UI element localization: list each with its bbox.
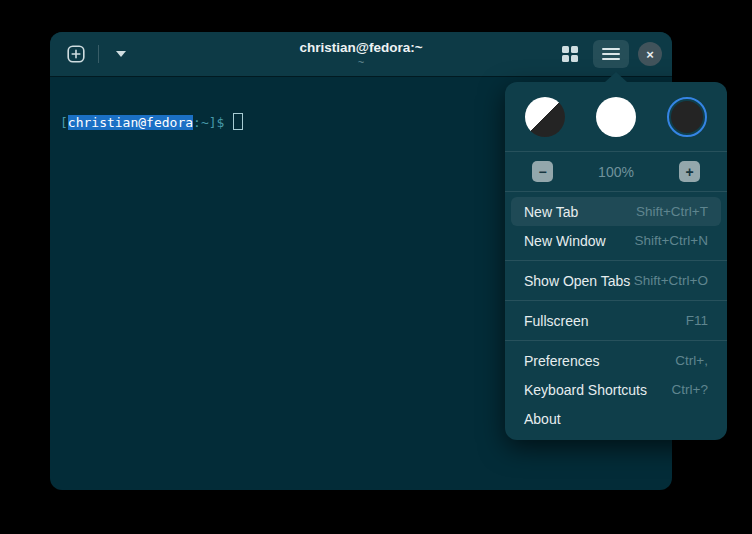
popover-arrow [605, 72, 627, 82]
window-title: christian@fedora:~ [299, 40, 422, 56]
menu-item-keyboard-shortcuts[interactable]: Keyboard Shortcuts Ctrl+? [511, 375, 721, 404]
menu-item-new-tab[interactable]: New Tab Shift+Ctrl+T [511, 197, 721, 226]
close-icon: × [646, 48, 654, 61]
menu-item-show-open-tabs[interactable]: Show Open Tabs Shift+Ctrl+O [511, 266, 721, 295]
tab-dropdown-button[interactable] [107, 40, 135, 68]
zoom-controls: − 100% + [505, 152, 727, 191]
desktop: christian@fedora:~ ~ × [christian@fedora… [0, 0, 752, 534]
window-subtitle: ~ [358, 56, 364, 69]
menu-item-label: New Tab [524, 204, 578, 220]
zoom-out-button[interactable]: − [532, 161, 553, 182]
theme-follow-system-button[interactable] [525, 97, 565, 137]
menu-item-label: Fullscreen [524, 313, 589, 329]
selected-text: christian@fedora [68, 115, 193, 130]
shell-prompt: [christian@fedora:~]$ [60, 113, 243, 132]
menu-item-preferences[interactable]: Preferences Ctrl+, [511, 346, 721, 375]
main-menu-popover: − 100% + New Tab Shift+Ctrl+T New Window… [505, 82, 727, 440]
zoom-in-button[interactable]: + [679, 161, 700, 182]
hamburger-icon [602, 48, 620, 50]
plus-icon: + [685, 165, 693, 179]
menu-item-fullscreen[interactable]: Fullscreen F11 [511, 306, 721, 335]
new-tab-button[interactable] [62, 40, 90, 68]
minus-icon: − [538, 165, 546, 179]
close-button[interactable]: × [638, 42, 662, 66]
menu-item-new-window[interactable]: New Window Shift+Ctrl+N [511, 226, 721, 255]
main-menu-button[interactable] [593, 40, 629, 68]
menu-item-label: Show Open Tabs [524, 273, 630, 289]
titlebar[interactable]: christian@fedora:~ ~ × [50, 32, 672, 76]
theme-selector [505, 82, 727, 151]
menu-item-about[interactable]: About [511, 404, 721, 433]
menu-separator [505, 340, 727, 341]
menu-item-shortcut: Shift+Ctrl+O [634, 273, 708, 288]
grid-icon [562, 46, 578, 62]
menu-item-shortcut: F11 [686, 313, 708, 328]
menu-item-shortcut: Ctrl+? [672, 382, 708, 397]
chevron-down-icon [116, 51, 126, 57]
new-tab-icon [66, 44, 86, 64]
theme-dark-button[interactable] [667, 97, 707, 137]
menu-item-label: Preferences [524, 353, 599, 369]
menu-separator [505, 260, 727, 261]
menu-item-shortcut: Shift+Ctrl+N [634, 233, 708, 248]
theme-light-button[interactable] [596, 97, 636, 137]
menu-list: New Tab Shift+Ctrl+T New Window Shift+Ct… [505, 192, 727, 433]
tab-overview-button[interactable] [556, 40, 584, 68]
prompt-rest: :~]$ [193, 115, 232, 130]
menu-item-shortcut: Ctrl+, [675, 353, 708, 368]
menu-item-label: New Window [524, 233, 606, 249]
zoom-level: 100% [598, 164, 634, 180]
titlebar-divider [98, 45, 99, 63]
menu-item-label: Keyboard Shortcuts [524, 382, 647, 398]
menu-separator [505, 300, 727, 301]
prompt-bracket: [ [60, 115, 68, 130]
menu-item-label: About [524, 411, 561, 427]
menu-item-shortcut: Shift+Ctrl+T [636, 204, 708, 219]
terminal-cursor [233, 113, 243, 130]
